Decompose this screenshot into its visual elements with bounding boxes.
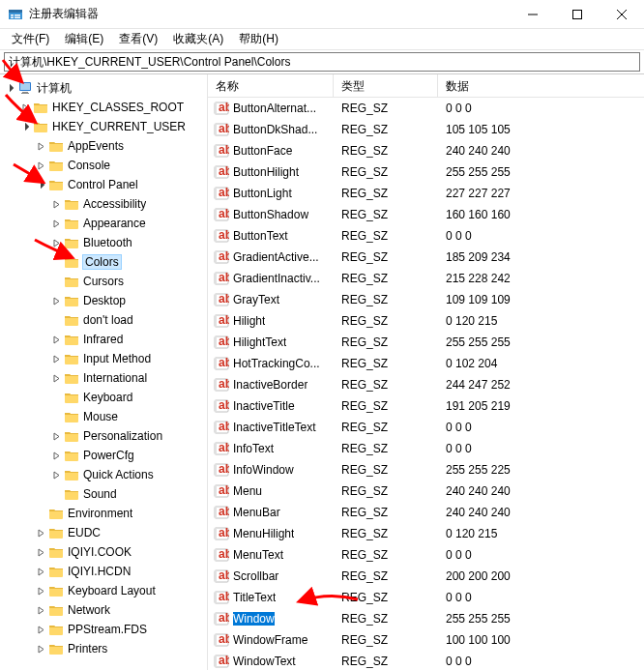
tree-node[interactable]: PPStream.FDS [0,620,207,639]
tree-expander-icon[interactable] [35,140,46,152]
tree-expander-icon[interactable] [19,121,31,132]
tree-node[interactable]: Appearance [0,214,207,233]
tree-node[interactable]: Colors [0,252,207,272]
list-row[interactable]: abHilightREG_SZ0 120 215 [208,310,644,332]
list-row[interactable]: abMenuREG_SZ240 240 240 [208,481,644,502]
list-row[interactable]: abMenuTextREG_SZ0 0 0 [208,544,644,566]
tree-node[interactable]: don't load [0,310,207,330]
menu-edit[interactable]: 编辑(E) [57,29,111,49]
tree-node[interactable]: Personalization [0,426,207,446]
list-row[interactable]: abWindowREG_SZ255 255 255 [208,608,644,629]
list-row[interactable]: abButtonDkShad...REG_SZ105 105 105 [208,119,644,140]
tree-expander-icon[interactable] [50,430,62,442]
tree-node[interactable]: Desktop [0,291,207,310]
tree-pane[interactable]: 计算机HKEY_CLASSES_ROOTHKEY_CURRENT_USERApp… [0,74,208,670]
tree-node[interactable]: HKEY_CLASSES_ROOT [0,98,207,117]
tree-expander-icon[interactable] [50,353,62,364]
tree-expander-icon[interactable] [50,237,62,248]
tree-expander-icon[interactable] [4,82,15,94]
tree-node[interactable]: Accessibility [0,194,207,214]
list-row[interactable]: abWindowFrameREG_SZ100 100 100 [208,629,644,651]
tree-expander-icon[interactable] [50,469,62,481]
string-value-icon: ab [214,122,229,137]
list-row[interactable]: abInactiveTitleTextREG_SZ0 0 0 [208,417,644,438]
tree-node[interactable]: Control Panel [0,175,207,194]
tree-node[interactable]: Infrared [0,330,207,349]
list-row[interactable]: abGradientActive...REG_SZ185 209 234 [208,247,644,268]
menu-view[interactable]: 查看(V) [111,29,165,49]
string-value-icon: ab [214,271,229,286]
tree-label: IQIYI.COOK [68,545,132,559]
list-row[interactable]: abInfoTextREG_SZ0 0 0 [208,438,644,459]
list-row[interactable]: abHotTrackingCo...REG_SZ0 102 204 [208,353,644,374]
list-row[interactable]: abButtonLightREG_SZ227 227 227 [208,183,644,204]
list-row[interactable]: abMenuHilightREG_SZ0 120 215 [208,523,644,544]
tree-expander-icon[interactable] [35,624,46,635]
tree-expander-icon[interactable] [35,585,46,597]
tree-expander-icon[interactable] [50,334,62,345]
list-pane[interactable]: 名称 类型 数据 abButtonAlternat...REG_SZ0 0 0a… [208,74,644,670]
minimize-button[interactable] [511,0,555,29]
menu-favorites[interactable]: 收藏夹(A) [165,29,231,49]
string-value-icon: ab [214,611,229,626]
tree-node[interactable]: EUDC [0,523,207,542]
tree-node[interactable]: Sound [0,484,207,504]
tree-expander-icon[interactable] [50,198,62,210]
column-header-type[interactable]: 类型 [334,74,438,97]
close-button[interactable] [600,0,644,29]
tree-node[interactable]: Quick Actions [0,465,207,484]
tree-expander-icon[interactable] [35,604,46,616]
column-header-name[interactable]: 名称 [208,74,334,97]
list-row[interactable]: abInfoWindowREG_SZ255 255 225 [208,459,644,481]
tree-node[interactable]: Network [0,600,207,620]
list-row[interactable]: abWindowTextREG_SZ0 0 0 [208,651,644,670]
tree-node[interactable]: AppEvents [0,136,207,156]
menu-file[interactable]: 文件(F) [4,29,57,49]
list-row[interactable]: abInactiveBorderREG_SZ244 247 252 [208,374,644,395]
tree-node[interactable]: Environment [0,504,207,523]
tree-node[interactable]: Input Method [0,349,207,368]
list-row[interactable]: abMenuBarREG_SZ240 240 240 [208,502,644,523]
tree-node[interactable]: Keyboard [0,388,207,407]
list-row[interactable]: abButtonHilightREG_SZ255 255 255 [208,161,644,183]
tree-node[interactable]: 计算机 [0,78,207,98]
list-row[interactable]: abGrayTextREG_SZ109 109 109 [208,289,644,310]
maximize-button[interactable] [555,0,600,29]
address-input[interactable] [4,52,640,72]
tree-expander-icon[interactable] [35,643,46,655]
tree-node[interactable]: IQIYI.COOK [0,542,207,562]
list-row[interactable]: abButtonShadowREG_SZ160 160 160 [208,204,644,225]
list-row[interactable]: abButtonTextREG_SZ0 0 0 [208,225,644,247]
string-value-icon: ab [214,143,229,159]
tree-node[interactable]: Bluetooth [0,233,207,252]
list-row[interactable]: abGradientInactiv...REG_SZ215 228 242 [208,268,644,289]
tree-node[interactable]: PowerCfg [0,446,207,465]
tree-expander-icon[interactable] [50,295,62,306]
list-row[interactable]: abHilightTextREG_SZ255 255 255 [208,332,644,353]
tree-expander-icon[interactable] [35,566,46,577]
tree-expander-icon[interactable] [35,179,46,190]
value-data: 105 105 105 [438,123,644,136]
tree-expander-icon[interactable] [50,218,62,229]
list-row[interactable]: abButtonFaceREG_SZ240 240 240 [208,140,644,161]
tree-expander-icon[interactable] [50,450,62,461]
tree-node[interactable]: Printers [0,639,207,658]
tree-expander-icon[interactable] [35,160,46,171]
list-row[interactable]: abTitleTextREG_SZ0 0 0 [208,587,644,608]
tree-node[interactable]: Mouse [0,407,207,426]
tree-node[interactable]: HKEY_CURRENT_USER [0,117,207,136]
tree-node[interactable]: Console [0,156,207,175]
tree-expander-icon[interactable] [50,372,62,384]
list-row[interactable]: abInactiveTitleREG_SZ191 205 219 [208,395,644,417]
list-row[interactable]: abScrollbarREG_SZ200 200 200 [208,566,644,587]
menu-help[interactable]: 帮助(H) [231,29,286,49]
tree-expander-icon[interactable] [35,527,46,539]
tree-node[interactable]: Cursors [0,272,207,291]
list-row[interactable]: abButtonAlternat...REG_SZ0 0 0 [208,98,644,119]
tree-expander-icon[interactable] [35,546,46,558]
tree-node[interactable]: International [0,368,207,388]
tree-node[interactable]: IQIYI.HCDN [0,562,207,581]
tree-node[interactable]: Keyboard Layout [0,581,207,600]
tree-expander-icon[interactable] [19,102,31,113]
column-header-data[interactable]: 数据 [438,74,644,97]
